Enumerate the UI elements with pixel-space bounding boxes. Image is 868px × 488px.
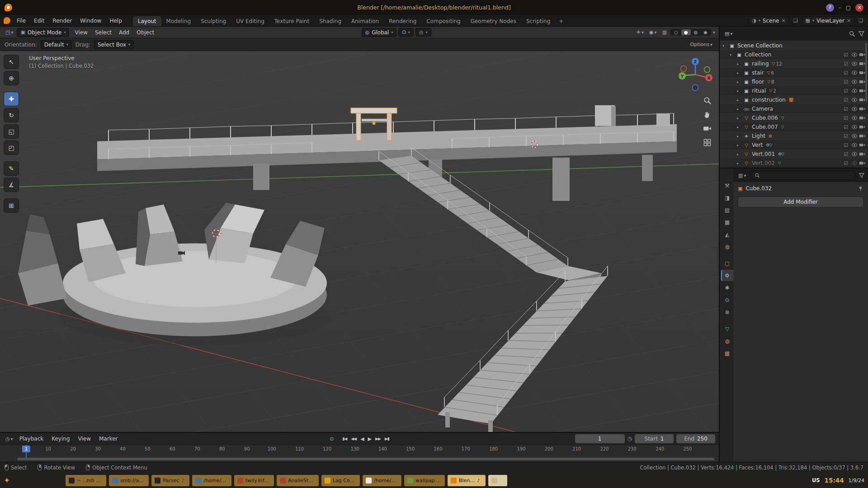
shading-mode-button[interactable]: ● bbox=[681, 29, 691, 35]
timeline-menu[interactable]: View bbox=[75, 436, 94, 442]
frame-end-field[interactable]: End250 bbox=[676, 434, 715, 443]
outliner-row[interactable]: ▸ ▽ Cube.007 ▽ ☑ bbox=[720, 122, 868, 131]
taskbar-window-button[interactable]: AnalieSt... bbox=[277, 475, 319, 486]
render-visibility-icon[interactable] bbox=[859, 79, 865, 85]
ortho-grid-icon[interactable] bbox=[703, 138, 712, 147]
properties-tab[interactable]: ▦ bbox=[721, 216, 733, 228]
hide-eye-icon[interactable] bbox=[851, 106, 858, 112]
outliner-row[interactable]: ▸ ▽ Vert ⚙▽ ☑ bbox=[720, 141, 868, 150]
hide-eye-icon[interactable] bbox=[851, 115, 858, 121]
selectable-checkbox-icon[interactable]: ☑ bbox=[844, 142, 848, 148]
viewlayer-selector[interactable]: ▦ ▾ ViewLayer × bbox=[802, 16, 855, 25]
pinned-app-icon[interactable] bbox=[45, 477, 52, 484]
outliner-item-name[interactable]: Vert.002 bbox=[752, 160, 775, 166]
render-visibility-icon[interactable] bbox=[859, 61, 865, 67]
transport-button[interactable]: ◀◀ bbox=[351, 436, 356, 441]
workspace-tab[interactable]: UV Editing bbox=[231, 16, 269, 26]
tool-button[interactable]: ◱ bbox=[4, 124, 19, 139]
outliner-item-name[interactable]: Vert bbox=[752, 142, 763, 148]
playhead-frame-badge[interactable]: 1 bbox=[22, 446, 30, 452]
hide-eye-icon[interactable] bbox=[851, 88, 858, 94]
properties-tab[interactable]: ▢ bbox=[721, 258, 733, 269]
taskbar-window-button[interactable]: smb://a... bbox=[109, 475, 149, 486]
selectable-checkbox-icon[interactable]: ☑ bbox=[844, 160, 848, 166]
taskbar-window-button[interactable]: Blen... ♪ bbox=[448, 475, 486, 486]
properties-tab[interactable]: ▽ bbox=[721, 323, 733, 334]
outliner-row[interactable]: ▸ ▣ floor ▽ 8 ☑ bbox=[720, 77, 868, 86]
pinned-app-icon[interactable] bbox=[24, 477, 32, 484]
new-viewlayer-button[interactable]: ❏ bbox=[857, 17, 864, 24]
transport-button[interactable]: ▶▶ bbox=[375, 436, 381, 441]
show-overlays-toggle[interactable]: ◉▾ bbox=[647, 29, 659, 36]
disclosure-arrow-icon[interactable]: ▸ bbox=[737, 98, 743, 102]
clock-time[interactable]: 15:44 bbox=[825, 477, 844, 484]
outliner-scrollbar[interactable] bbox=[865, 43, 867, 102]
disclosure-arrow-icon[interactable]: ▸ bbox=[737, 71, 743, 75]
workspace-tab[interactable]: Geometry Nodes bbox=[466, 16, 521, 26]
tool-button[interactable]: ◰ bbox=[4, 141, 19, 155]
menubar-menu[interactable]: File bbox=[13, 18, 29, 24]
selectable-checkbox-icon[interactable]: ☑ bbox=[844, 115, 848, 121]
z-negative-handle[interactable] bbox=[693, 85, 698, 91]
shading-mode-button[interactable]: ○ bbox=[671, 29, 681, 35]
selectable-checkbox-icon[interactable]: ☑ bbox=[844, 97, 848, 103]
orientation-dropdown[interactable]: Default ▾ bbox=[41, 40, 72, 49]
workspace-tab[interactable]: Animation bbox=[346, 16, 384, 26]
pinned-app-icon[interactable] bbox=[14, 477, 21, 484]
selectable-checkbox-icon[interactable]: ☑ bbox=[844, 88, 848, 94]
disclosure-arrow-icon[interactable]: ▸ bbox=[737, 143, 743, 147]
properties-editor-selector[interactable]: ▥▾ bbox=[736, 172, 748, 179]
outliner-row[interactable]: ▸ ▣ railing ▽ 12 ☑ bbox=[720, 59, 868, 68]
tool-button[interactable]: ⊕ bbox=[4, 71, 19, 85]
hide-eye-icon[interactable] bbox=[851, 124, 858, 130]
workspace-tab[interactable]: Modeling bbox=[161, 16, 196, 26]
outliner-item-name[interactable]: ritual bbox=[752, 88, 766, 94]
outliner-row[interactable]: ▸ ▽ Vert.002 ▽ ☑ bbox=[720, 159, 868, 168]
tool-button[interactable]: ∡ bbox=[4, 178, 19, 192]
menubar-menu[interactable]: Window bbox=[76, 18, 105, 24]
shading-dropdown-icon[interactable]: ▾ bbox=[713, 30, 715, 35]
timeline-menu[interactable]: Keying bbox=[48, 436, 73, 442]
properties-tab[interactable]: ⊗ bbox=[721, 306, 733, 318]
disclosure-arrow-icon[interactable]: ▸ bbox=[737, 80, 743, 84]
render-visibility-icon[interactable] bbox=[859, 88, 865, 94]
outliner-row[interactable]: ▾ ▣ Collection ☑ bbox=[720, 50, 868, 59]
workspace-tab[interactable]: Layout bbox=[133, 16, 161, 26]
active-object-name[interactable]: Cube.032 bbox=[745, 185, 772, 192]
workspace-tab[interactable]: Scripting bbox=[521, 16, 555, 26]
disclosure-arrow-icon[interactable]: ▾ bbox=[722, 44, 728, 48]
shading-mode-button[interactable]: ◉ bbox=[701, 29, 710, 35]
outliner-item-name[interactable]: Collection bbox=[745, 52, 771, 58]
outliner-item-name[interactable]: floor bbox=[752, 79, 764, 85]
new-scene-button[interactable]: ❏ bbox=[792, 17, 799, 24]
outliner-item-name[interactable]: Scene Collection bbox=[737, 42, 783, 49]
workspace-tab[interactable]: Rendering bbox=[384, 16, 421, 26]
blender-menu-icon[interactable] bbox=[4, 17, 10, 24]
render-visibility-icon[interactable] bbox=[859, 160, 865, 166]
outliner-item-name[interactable]: Vert.001 bbox=[752, 151, 775, 157]
remove-viewlayer-icon[interactable]: × bbox=[847, 18, 851, 23]
options-dropdown[interactable]: Options▾ bbox=[689, 41, 714, 48]
timeline-scrollbar[interactable] bbox=[17, 458, 714, 460]
navigation-gizmo[interactable]: Z X Y bbox=[676, 56, 714, 94]
zoom-icon[interactable] bbox=[703, 96, 712, 105]
render-visibility-icon[interactable] bbox=[859, 106, 865, 112]
show-gizmo-toggle[interactable]: ✛▾ bbox=[635, 29, 646, 36]
proportional-edit-toggle[interactable]: ◎ ▾ bbox=[415, 28, 431, 37]
menubar-menu[interactable]: Render bbox=[49, 18, 75, 24]
pan-hand-icon[interactable] bbox=[703, 110, 712, 119]
filter-funnel-icon[interactable] bbox=[859, 172, 865, 178]
render-visibility-icon[interactable] bbox=[859, 70, 865, 76]
transport-button[interactable]: ▶▮ bbox=[385, 436, 389, 441]
taskbar-window-button[interactable]: Lag Co... bbox=[321, 475, 360, 486]
properties-tab[interactable]: ▩ bbox=[721, 347, 733, 359]
transport-button[interactable]: ▮◀ bbox=[342, 436, 347, 441]
outliner-item-name[interactable]: Camera bbox=[752, 106, 773, 112]
tool-button[interactable]: ✚ bbox=[4, 92, 19, 106]
properties-tab[interactable]: ⊙ bbox=[721, 294, 733, 305]
transform-orientation-selector[interactable]: ◍ Global ▾ bbox=[362, 28, 397, 37]
editor-type-selector[interactable]: ◳▾ bbox=[4, 29, 15, 36]
outliner-row[interactable]: ▸ ▣ ritual ▽ 2 ☑ bbox=[720, 86, 868, 95]
selectable-checkbox-icon[interactable]: ☑ bbox=[844, 61, 848, 67]
app-launcher-icon[interactable]: ✦ bbox=[4, 476, 10, 485]
